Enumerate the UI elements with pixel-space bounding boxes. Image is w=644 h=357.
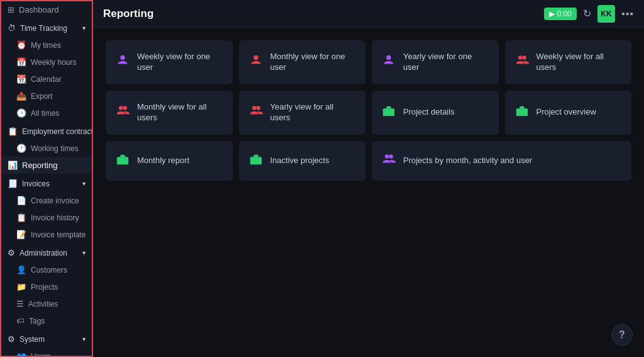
sidebar-item-reporting[interactable]: 📊 Reporting (1, 157, 92, 174)
sidebar-item-customers[interactable]: 👤 Customers (1, 261, 92, 278)
sidebar-item-all-times[interactable]: 🕒 All times (1, 105, 92, 122)
page-title: Reporting (103, 8, 153, 20)
tags-icon: 🏷 (16, 316, 25, 326)
activities-icon: ☰ (16, 299, 24, 309)
sidebar-item-employment-contract[interactable]: 📋 Employment contract ▾ (1, 122, 92, 140)
briefcase-icon-2 (515, 104, 529, 121)
administration-icon: ⚙ (8, 248, 15, 258)
sidebar-label-administration: Administration (19, 249, 67, 258)
report-label-monthly-report: Monthly report (137, 156, 189, 166)
sidebar-item-calendar[interactable]: 📆 Calendar (1, 71, 92, 88)
svg-point-2 (386, 55, 391, 60)
create-invoice-icon: 📄 (16, 196, 26, 205)
briefcase-icon (382, 104, 396, 121)
weekly-hours-icon: 📅 (16, 57, 26, 67)
invoice-template-icon: 📝 (16, 230, 26, 239)
report-card-yearly-one-user[interactable]: Yearly view for one user (372, 40, 499, 84)
avatar[interactable]: KK (597, 5, 615, 23)
report-card-monthly-all-users[interactable]: Monthly view for all users (106, 91, 233, 135)
play-icon: ▶ (549, 9, 555, 18)
person-single-icon-2 (249, 54, 263, 71)
sidebar-label-dashboard: Dashboard (19, 5, 59, 14)
refresh-icon[interactable]: ↻ (583, 8, 591, 20)
sidebar-label-invoice-template: Invoice template (31, 230, 86, 239)
sidebar-item-time-tracking[interactable]: ⏱ Time Tracking ▾ (1, 18, 92, 37)
report-card-project-overview[interactable]: Project overview (505, 91, 632, 135)
report-card-project-details[interactable]: Project details (372, 91, 499, 135)
person-single-icon (116, 54, 130, 71)
sidebar-item-export[interactable]: 📤 Export (1, 88, 92, 105)
report-grid: Weekly view for one user Monthly view fo… (106, 40, 631, 181)
sidebar-label-time-tracking: Time Tracking (20, 24, 67, 33)
report-card-weekly-one-user[interactable]: Weekly view for one user (106, 40, 233, 84)
svg-point-7 (252, 106, 256, 110)
dashboard-icon: ⊞ (8, 5, 14, 14)
time-tracking-icon: ⏱ (8, 23, 16, 33)
my-times-icon: ⏰ (16, 40, 26, 50)
svg-point-8 (256, 106, 260, 110)
sidebar-label-weekly-hours: Weekly hours (31, 58, 76, 67)
sidebar-item-create-invoice[interactable]: 📄 Create invoice (1, 192, 92, 209)
report-label-project-details: Project details (403, 107, 455, 118)
sidebar-item-my-times[interactable]: ⏰ My times (1, 37, 92, 54)
person-single-icon-3 (382, 54, 396, 71)
sidebar-item-invoice-template[interactable]: 📝 Invoice template (1, 226, 92, 243)
report-label-inactive-projects: Inactive projects (270, 156, 330, 166)
person-multi-icon-4 (382, 152, 396, 169)
sidebar-item-dashboard[interactable]: ⊞ Dashboard (1, 1, 92, 18)
sidebar-label-my-times: My times (31, 41, 61, 50)
sidebar-item-projects[interactable]: 📁 Projects (1, 278, 92, 295)
svg-rect-9 (383, 109, 394, 116)
report-label-yearly-all-users: Yearly view for all users (270, 102, 356, 123)
report-card-monthly-one-user[interactable]: Monthly view for one user (239, 40, 366, 84)
timer-play-button[interactable]: ▶ 0:00 (544, 8, 577, 20)
sidebar-label-invoices: Invoices (22, 179, 50, 188)
svg-rect-10 (516, 109, 527, 116)
report-card-projects-by-month[interactable]: Projects by month, activity and user (372, 141, 631, 181)
sidebar-item-working-times[interactable]: 🕐 Working times (1, 140, 92, 157)
report-card-inactive-projects[interactable]: Inactive projects (239, 141, 366, 181)
sidebar-item-activities[interactable]: ☰ Activities (1, 295, 92, 312)
timer-display: 0:00 (557, 9, 572, 18)
svg-point-4 (522, 56, 526, 60)
sidebar-item-tags[interactable]: 🏷 Tags (1, 312, 92, 329)
all-times-icon: 🕒 (16, 108, 26, 118)
report-card-weekly-all-users[interactable]: Weekly view for all users (505, 40, 632, 84)
more-options-icon[interactable]: ▪▪▪ (621, 8, 634, 20)
help-button[interactable]: ? (611, 324, 633, 346)
sidebar-label-export: Export (31, 92, 53, 101)
sidebar-item-users[interactable]: 👥 Users (1, 348, 92, 357)
chevron-down-icon-4: ▾ (82, 249, 86, 256)
main-area: Reporting ▶ 0:00 ↻ KK ▪▪▪ Weekly view fo… (93, 0, 644, 357)
sidebar-label-projects: Projects (31, 283, 58, 292)
sidebar-label-activities: Activities (28, 300, 58, 309)
reporting-icon: 📊 (8, 161, 18, 170)
sidebar-label-working-times: Working times (31, 144, 79, 153)
chevron-down-icon-5: ▾ (82, 336, 86, 343)
sidebar: ⊞ Dashboard ⏱ Time Tracking ▾ ⏰ My times… (0, 0, 93, 357)
report-label-weekly-one-user: Weekly view for one user (137, 52, 223, 73)
topbar: Reporting ▶ 0:00 ↻ KK ▪▪▪ (93, 0, 644, 28)
chevron-down-icon: ▾ (82, 25, 86, 31)
sidebar-label-customers: Customers (31, 266, 67, 275)
report-card-yearly-all-users[interactable]: Yearly view for all users (239, 91, 366, 135)
customers-icon: 👤 (16, 265, 26, 275)
svg-point-6 (123, 106, 126, 110)
report-card-monthly-report[interactable]: Monthly report (106, 141, 233, 181)
invoice-history-icon: 📋 (16, 213, 26, 222)
svg-point-1 (253, 55, 258, 60)
sidebar-item-administration[interactable]: ⚙ Administration ▾ (1, 243, 92, 261)
sidebar-item-invoices[interactable]: 🧾 Invoices ▾ (1, 174, 92, 192)
sidebar-item-system[interactable]: ⚙ System ▾ (1, 329, 92, 348)
sidebar-label-users: Users (31, 352, 50, 358)
sidebar-item-weekly-hours[interactable]: 📅 Weekly hours (1, 54, 92, 71)
report-label-projects-by-month: Projects by month, activity and user (403, 156, 532, 166)
report-label-monthly-all-users: Monthly view for all users (137, 102, 223, 123)
sidebar-label-calendar: Calendar (31, 75, 62, 84)
svg-point-3 (518, 56, 522, 60)
svg-point-14 (389, 154, 392, 158)
report-label-project-overview: Project overview (536, 107, 596, 118)
person-multi-icon-2 (116, 104, 130, 121)
sidebar-label-all-times: All times (31, 109, 59, 118)
sidebar-item-invoice-history[interactable]: 📋 Invoice history (1, 209, 92, 226)
